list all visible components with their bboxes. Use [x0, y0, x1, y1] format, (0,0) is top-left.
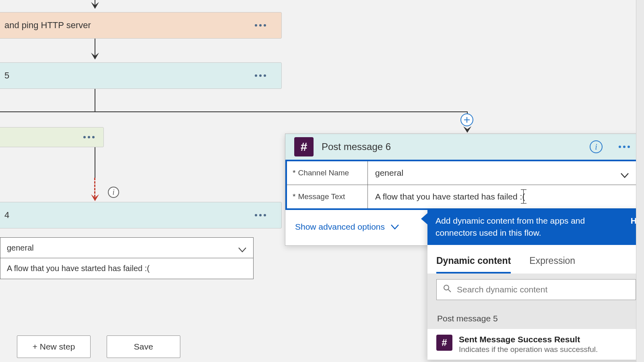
info-icon[interactable]: i	[108, 187, 119, 198]
save-button[interactable]: Save	[107, 335, 180, 358]
message-text-label: *Message Text	[287, 185, 367, 208]
slack-icon: #	[436, 335, 452, 351]
card-menu-icon[interactable]	[619, 146, 630, 148]
post-message-body: *Channel Name general *Message Text A fl…	[285, 160, 639, 210]
card-menu-icon[interactable]	[83, 136, 95, 138]
slack-icon: #	[294, 137, 314, 156]
dynamic-content-item[interactable]: # Sent Message Success Result Indicates …	[427, 329, 644, 360]
action-card-http-title: and ping HTTP server	[4, 20, 91, 31]
channel-name-value: general	[375, 168, 403, 178]
svg-point-0	[444, 285, 449, 290]
channel-name-select[interactable]: general	[367, 161, 637, 185]
action-card-4[interactable]: 4	[0, 202, 282, 228]
tab-dynamic-content-label: Dynamic content	[436, 255, 511, 266]
tab-expression-label: Expression	[529, 255, 575, 266]
dynamic-content-item-desc: Indicates if the operation was successfu…	[459, 345, 598, 354]
dynamic-content-tip: Add dynamic content from the apps and co…	[427, 209, 644, 245]
dynamic-content-tabs: Dynamic content Expression	[427, 245, 644, 274]
show-advanced-options-label: Show advanced options	[295, 222, 385, 232]
dynamic-content-search-placeholder: Search dynamic content	[457, 285, 547, 294]
channel-name-label: *Channel Name	[287, 161, 367, 185]
action-card-http[interactable]: and ping HTTP server	[0, 12, 282, 39]
message-text-input[interactable]: A flow that you have started has failed …	[367, 185, 637, 208]
designer-footer: + New step Save	[17, 335, 180, 358]
scrollbar[interactable]	[636, 0, 644, 362]
dynamic-content-group-header: Post message 5	[427, 308, 644, 329]
tab-expression[interactable]: Expression	[529, 249, 575, 274]
action-card-5[interactable]: 5	[0, 62, 282, 89]
connector-line	[0, 111, 468, 112]
action-card-4-title: 4	[4, 210, 9, 220]
new-step-button-label: + New step	[33, 342, 75, 352]
post-message-title: Post message 6	[322, 141, 582, 152]
new-step-button[interactable]: + New step	[17, 335, 91, 358]
dynamic-content-tip-text: Add dynamic content from the apps and co…	[436, 215, 625, 239]
search-icon	[443, 284, 451, 294]
card-menu-icon[interactable]	[255, 214, 266, 216]
arrow-down-icon	[90, 51, 100, 64]
chevron-down-icon	[390, 222, 399, 232]
message-input-left-value: A flow that you have started has failed …	[7, 264, 150, 273]
chevron-down-icon	[238, 245, 246, 250]
info-icon[interactable]: i	[590, 140, 603, 153]
tab-dynamic-content[interactable]: Dynamic content	[436, 249, 511, 274]
action-card-4-body: general A flow that you have started has…	[0, 230, 282, 304]
svg-line-1	[448, 290, 451, 292]
action-card-5-title: 5	[4, 70, 9, 81]
dynamic-content-panel: Add dynamic content from the apps and co…	[427, 209, 644, 360]
add-action-button[interactable]	[460, 113, 473, 126]
message-input-left[interactable]: A flow that you have started has failed …	[0, 258, 254, 279]
save-button-label: Save	[134, 342, 153, 352]
arrow-down-icon	[90, 1, 100, 13]
dynamic-content-search[interactable]: Search dynamic content	[436, 279, 636, 300]
card-menu-icon[interactable]	[255, 24, 266, 27]
channel-select-left-value: general	[7, 243, 34, 253]
connector-line	[95, 147, 95, 178]
chevron-down-icon	[620, 171, 628, 175]
connector-line	[95, 89, 95, 112]
card-menu-icon[interactable]	[255, 74, 266, 77]
callout-arrow-icon	[421, 213, 427, 224]
condition-branch-card[interactable]	[0, 127, 104, 147]
dynamic-content-item-title: Sent Message Success Result	[459, 335, 598, 344]
message-text-value: A flow that you have started has failed …	[375, 192, 525, 201]
post-message-header[interactable]: # Post message 6 i	[285, 134, 639, 160]
advanced-options-left[interactable]: s	[0, 288, 254, 297]
channel-select-left[interactable]: general	[0, 237, 254, 258]
